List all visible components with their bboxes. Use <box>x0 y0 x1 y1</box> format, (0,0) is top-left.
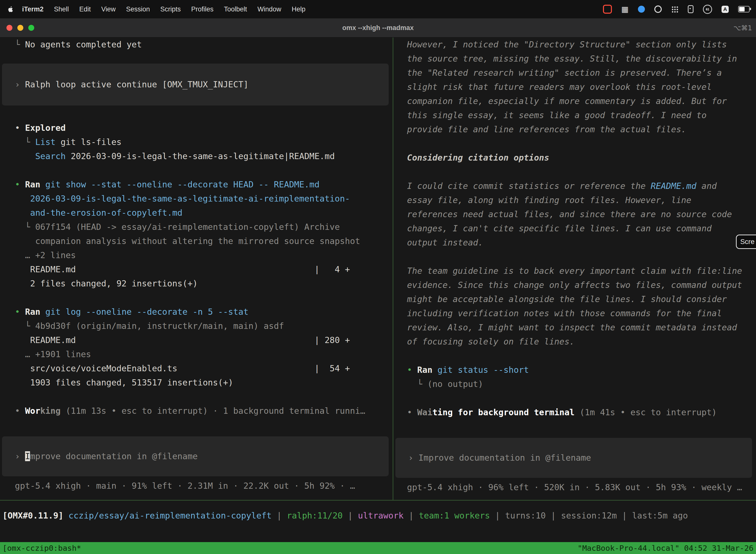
terminal-line: of focusing solely on file lines. <box>393 335 756 349</box>
minimize-button[interactable] <box>17 25 23 31</box>
omx-session-status: [OMX#0.11.9] cczip/essay/ai-reimplementa… <box>0 509 756 523</box>
ralph-inject-banner: › Ralph loop active continue [OMX_TMUX_I… <box>2 63 389 106</box>
menu-bar: iTerm2 Shell Edit View Session Scripts P… <box>0 0 756 18</box>
battery-icon[interactable] <box>738 6 750 12</box>
window-title-bar[interactable]: omx --xhigh --madmax ⌥⌘1 <box>0 18 756 38</box>
model-status-line: gpt-5.4 xhigh · 96% left · 520K in · 5.8… <box>393 480 756 494</box>
text-segment: essay file, along with finding root file… <box>407 195 691 205</box>
status-ring-icon[interactable] <box>654 5 662 13</box>
text-segment: | 54 + <box>315 362 350 376</box>
terminal-line: 2 files changed, 92 insertions(+) <box>0 277 393 291</box>
menu-view[interactable]: View <box>96 5 121 13</box>
terminal-line: companion analysis without altering the … <box>0 234 393 248</box>
apple-menu-icon[interactable] <box>6 5 15 13</box>
menu-help[interactable]: Help <box>287 5 311 13</box>
menu-toolbelt[interactable]: Toolbelt <box>219 5 252 13</box>
text-segment: | <box>490 510 505 520</box>
right-pane[interactable]: However, I noticed the "Directory Struct… <box>393 38 756 500</box>
close-button[interactable] <box>6 25 12 31</box>
text-segment: changes, I can't cite specific file line… <box>407 223 712 233</box>
text-segment: … +1901 lines <box>15 349 91 359</box>
text-segment: • <box>407 407 417 417</box>
text-segment: | <box>546 510 561 520</box>
menu-shell[interactable]: Shell <box>49 5 74 13</box>
text-segment: Ran <box>25 179 40 189</box>
text-segment: gpt-5.4 xhigh · 96% left · 520K in · 5.8… <box>407 482 742 492</box>
app-grid-icon[interactable] <box>671 6 678 13</box>
text-segment: However, I noticed the "Directory Struct… <box>407 40 727 49</box>
terminal-line: 2026-03-09-is-legal-the-same-as-legitima… <box>0 191 393 206</box>
text-segment: Search <box>35 151 66 161</box>
text-segment: └ 4b9d30f (origin/main, instructkr/main,… <box>15 321 284 331</box>
text-segment: companion file, especially if more comme… <box>407 96 727 106</box>
text-segment: Considering citation options <box>407 153 549 163</box>
text-segment: › <box>15 451 25 461</box>
text-segment: • <box>15 406 25 416</box>
shield-icon[interactable] <box>638 6 645 13</box>
text-segment: might be acceptable alongside the file l… <box>407 294 727 304</box>
text-segment: Ran <box>417 365 432 375</box>
text-segment: List <box>35 137 56 147</box>
menubar-status-icons: ▦ 61 A <box>603 5 750 14</box>
text-segment: Wor <box>25 406 40 416</box>
text-segment: turns:10 <box>505 510 546 520</box>
text-segment: The team guideline is to back every impo… <box>407 266 742 276</box>
left-pane[interactable]: └ No agents completed yet› Ralph loop ac… <box>0 38 393 500</box>
menu-session[interactable]: Session <box>121 5 155 13</box>
text-segment: output instead. <box>407 237 483 247</box>
terminal-line <box>393 349 756 363</box>
terminal-line <box>0 390 393 404</box>
prompt-input[interactable]: › Improve documentation in @filename <box>2 436 389 476</box>
screen-share-pill[interactable]: Scre <box>736 234 756 249</box>
terminal-line <box>0 291 393 305</box>
waiting-status-line: • Waiting for background terminal (1m 41… <box>393 405 756 420</box>
text-segment: └ <box>15 137 35 147</box>
text-segment: | <box>617 510 632 520</box>
screen-record-stop-icon[interactable] <box>603 5 612 14</box>
terminal-line: … +1901 lines <box>0 347 393 362</box>
text-segment: companion analysis without altering the … <box>15 236 360 246</box>
battery-gauge-icon[interactable]: 61 <box>703 5 712 14</box>
terminal-line: • Explored <box>0 121 393 135</box>
terminal-line: … +2 lines <box>0 248 393 262</box>
zoom-button[interactable] <box>28 25 34 31</box>
text-segment: | <box>343 510 358 520</box>
terminal-line: └ 4b9d30f (origin/main, instructkr/main,… <box>0 319 393 333</box>
text-segment: ultrawork <box>358 510 403 520</box>
window-title: omx --xhigh --madmax <box>0 24 756 32</box>
text-segment: src/voice/voiceModeEnabled.ts <box>15 364 177 373</box>
menu-edit[interactable]: Edit <box>74 5 96 13</box>
text-segment: | 280 + <box>315 333 350 347</box>
text-segment: Wai <box>417 407 432 417</box>
text-segment: | 4 + <box>315 262 350 277</box>
terminal-line: references need actual files, and since … <box>393 207 756 221</box>
text-segment: the "Related research writing" section i… <box>407 68 722 78</box>
menu-app-name[interactable]: iTerm2 <box>17 5 49 13</box>
text-segment: provide file and line references from th… <box>407 124 686 134</box>
text-segment: └ <box>15 40 25 49</box>
menu-scripts[interactable]: Scripts <box>155 5 186 13</box>
text-segment: slight risk that future readers may over… <box>407 82 712 92</box>
tmux-status-bar: [omx-cczip0:bash* "MacBook-Pro-44.local"… <box>0 542 756 554</box>
text-segment: (no output) <box>427 379 483 389</box>
keyboard-grid-icon[interactable]: ▦ <box>621 5 629 13</box>
text-segment: this single essay, it seems like a good … <box>407 110 707 120</box>
terminal-line: README.md| 4 + <box>0 262 393 277</box>
input-source-icon[interactable]: A <box>721 6 729 13</box>
text-segment: (11m 13s • esc to interrupt) · 1 backgro… <box>61 406 365 416</box>
device-icon[interactable] <box>688 5 693 13</box>
terminal-line: └ 067f154 (HEAD -> essay/ai-reimplementa… <box>0 220 393 234</box>
menu-window[interactable]: Window <box>252 5 287 13</box>
terminal-line: └ (no output) <box>393 377 756 391</box>
text-segment: Ran <box>25 307 40 317</box>
text-segment: and-the-erosion-of-copyleft.md <box>15 208 183 218</box>
terminal-line: • Ran git show --stat --oneline --decora… <box>0 177 393 191</box>
text-segment: Explored <box>25 123 66 133</box>
terminal: └ No agents completed yet› Ralph loop ac… <box>0 38 756 554</box>
text-segment <box>15 151 35 161</box>
terminal-line: I could cite commit statistics or refere… <box>393 179 756 193</box>
text-segment: team:1 workers <box>419 510 490 520</box>
prompt-input[interactable]: › Improve documentation in @filename <box>395 438 752 478</box>
text-segment: (1m 41s • esc to interrupt) <box>575 407 717 417</box>
menu-profiles[interactable]: Profiles <box>186 5 219 13</box>
